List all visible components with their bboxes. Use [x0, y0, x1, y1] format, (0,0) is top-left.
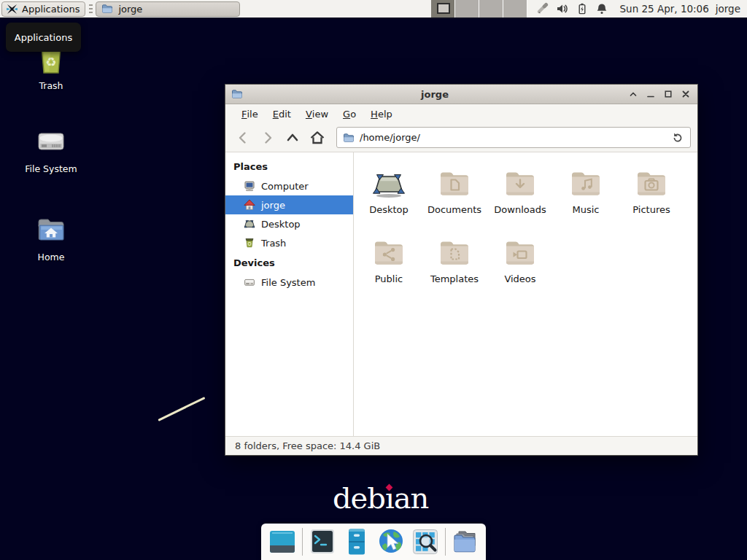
- applications-menu-label: Applications: [22, 4, 80, 15]
- folder-video-icon: [503, 235, 538, 270]
- panel-user-label[interactable]: jorge: [716, 3, 740, 15]
- applications-menu-button[interactable]: Applications: [1, 1, 85, 17]
- sidebar-item-file-system[interactable]: File System: [225, 273, 353, 292]
- forward-button[interactable]: [257, 127, 279, 149]
- menubar: FileEditViewGoHelp: [225, 104, 697, 123]
- close-button[interactable]: [679, 88, 692, 101]
- notification-bell-icon[interactable]: [595, 2, 608, 15]
- menu-go[interactable]: Go: [336, 104, 363, 123]
- panel-clock[interactable]: Sun 25 Apr, 10:06: [620, 3, 709, 15]
- folder-icon: [101, 3, 113, 15]
- menu-file[interactable]: File: [234, 104, 266, 123]
- home-button[interactable]: [306, 127, 328, 149]
- dock-separator: [302, 528, 303, 556]
- desktop-icon-file-system[interactable]: File System: [16, 124, 86, 174]
- shade-button[interactable]: [627, 88, 639, 101]
- path-entry[interactable]: /home/jorge/: [336, 127, 691, 148]
- stylus-tool-icon[interactable]: [536, 2, 549, 15]
- maximize-button[interactable]: [662, 88, 674, 101]
- desktop[interactable]: { "panel": { "applications_label": "Appl…: [0, 0, 747, 560]
- dock-web-browser[interactable]: [376, 527, 406, 556]
- terminal-icon: [308, 527, 337, 556]
- window-titlebar[interactable]: jorge: [225, 85, 697, 104]
- file-templates[interactable]: Templates: [422, 232, 487, 301]
- file-videos[interactable]: Videos: [487, 232, 553, 301]
- workspace-switcher: [431, 0, 527, 18]
- volume-icon[interactable]: [556, 2, 569, 15]
- toolbar: /home/jorge/: [225, 123, 697, 152]
- file-label: Videos: [504, 273, 535, 284]
- taskbar-window-label: jorge: [118, 4, 142, 15]
- desktop-icon-label: File System: [25, 163, 77, 174]
- sidebar-item-label: File System: [261, 277, 315, 288]
- drive-icon: [244, 276, 255, 288]
- file-label: Documents: [427, 204, 481, 215]
- file-label: Desktop: [369, 204, 409, 215]
- applications-menu-icon: [6, 3, 18, 15]
- sidebar-item-jorge[interactable]: jorge: [225, 195, 353, 214]
- file-pictures[interactable]: Pictures: [619, 163, 684, 232]
- folder-music-icon: [568, 166, 603, 201]
- workspace-3[interactable]: [479, 0, 503, 18]
- dock-show-desktop[interactable]: [268, 527, 297, 556]
- dock-application-finder[interactable]: [411, 527, 440, 556]
- taskbar-window-button[interactable]: jorge: [96, 1, 240, 17]
- file-view[interactable]: DesktopDocumentsDownloadsMusicPicturesPu…: [354, 152, 697, 436]
- applications-tooltip: Applications: [6, 23, 81, 52]
- sidebar-item-desktop[interactable]: Desktop: [225, 214, 353, 233]
- workspace-1[interactable]: [431, 0, 455, 18]
- dock-terminal[interactable]: [308, 527, 337, 556]
- svg-text:♻: ♻: [45, 55, 56, 69]
- file-desktop[interactable]: Desktop: [356, 163, 422, 232]
- folder-download-icon: [503, 166, 538, 201]
- file-documents[interactable]: Documents: [422, 163, 487, 232]
- dock-separator: [445, 528, 446, 556]
- desktop-icon-home[interactable]: Home: [16, 212, 86, 262]
- minimize-button[interactable]: [644, 88, 657, 101]
- sidebar-header-places: Places: [225, 156, 353, 176]
- statusbar: 8 folders, Free space: 14.4 GiB: [225, 436, 697, 455]
- file-label: Music: [573, 204, 600, 215]
- desktop-icon: [244, 218, 255, 230]
- menu-help[interactable]: Help: [363, 104, 400, 123]
- workspace-window-preview: [437, 3, 450, 14]
- file-label: Public: [375, 273, 403, 284]
- folder-stack-icon: [450, 527, 479, 556]
- dock-file-cabinet[interactable]: [342, 527, 371, 556]
- desktop-icon-label: Trash: [39, 80, 63, 91]
- workspace-4[interactable]: [503, 0, 527, 18]
- dock-folder-stack[interactable]: [450, 527, 479, 556]
- system-tray: [536, 2, 608, 15]
- sidebar-item-trash[interactable]: Trash: [225, 233, 353, 252]
- sidebar-item-label: Desktop: [261, 219, 301, 230]
- file-music[interactable]: Music: [553, 163, 619, 232]
- menu-edit[interactable]: Edit: [266, 104, 298, 123]
- menu-view[interactable]: View: [298, 104, 336, 123]
- file-public[interactable]: Public: [356, 232, 422, 301]
- path-text: /home/jorge/: [360, 132, 666, 143]
- home-icon: [34, 212, 69, 247]
- battery-icon[interactable]: [576, 2, 589, 15]
- up-button[interactable]: [282, 127, 303, 149]
- wallpaper-line-decoration: [158, 397, 205, 421]
- debian-logo: debıan: [333, 481, 428, 515]
- folder-document-icon: [437, 166, 472, 201]
- desktop-icon-label: Home: [38, 252, 65, 262]
- reload-button[interactable]: [671, 131, 684, 144]
- web-browser-icon: [376, 527, 406, 556]
- window-title: jorge: [247, 89, 622, 100]
- path-folder-icon: [343, 132, 355, 144]
- file-system-icon: [34, 124, 69, 159]
- panel-grip: [89, 4, 93, 14]
- sidebar-item-label: Trash: [261, 238, 286, 249]
- back-button[interactable]: [232, 127, 254, 149]
- file-manager-window: jorge FileEditViewGoHelp: [225, 84, 698, 456]
- sidebar-item-computer[interactable]: Computer: [225, 176, 353, 195]
- folder-camera-icon: [634, 166, 669, 201]
- sidebar-item-label: jorge: [261, 200, 285, 211]
- file-downloads[interactable]: Downloads: [487, 163, 553, 232]
- desktop-surface-icon: [371, 166, 406, 201]
- workspace-2[interactable]: [455, 0, 479, 18]
- debian-logo-dot: [385, 484, 392, 491]
- dock-panel: [261, 524, 486, 560]
